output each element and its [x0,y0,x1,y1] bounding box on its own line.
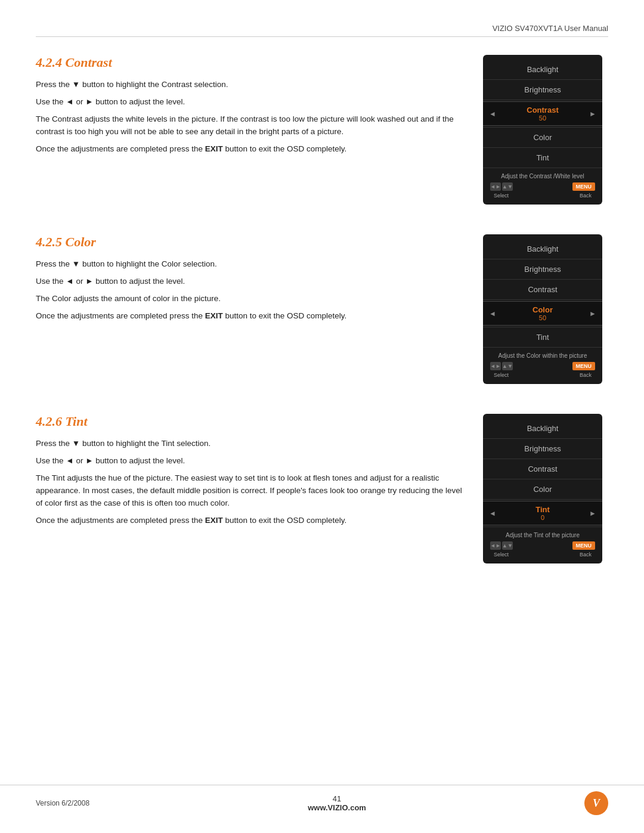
osd-color-select-label: Select [494,372,509,378]
section-tint-title: 4.2.6 Tint [36,414,465,429]
tint-p3: The Tint adjusts the hue of the picture.… [36,472,465,510]
osd-color-btn-labels: Select Back [489,372,596,378]
osd-tint-backlight: Backlight [483,420,602,437]
osd-left-buttons: ◄► ▲▼ [490,182,513,191]
osd-right-arrow-color: ► [589,309,596,318]
section-tint: 4.2.6 Tint Press the ▼ button to highlig… [36,414,608,563]
osd-contrast-menu: Backlight Brightness ◄ Contrast 50 ► Col… [483,55,602,205]
osd-tint-buttons: ◄► ▲▼ MENU [489,541,596,550]
tint-p4: Once the adjustments are completed press… [36,515,465,527]
osd-item-tint-active: ◄ Tint 0 ► [483,501,602,525]
osd-tint-back-label: Back [580,552,592,558]
osd-tint-select-label: Select [494,552,509,558]
footer-version: Version 6/2/2008 [36,799,89,807]
osd-btn-nav: ▲▼ [502,182,513,191]
page-container: VIZIO SV470XVT1A User Manual 4.2.4 Contr… [0,0,644,833]
osd-right-arrow-tint: ► [589,509,596,518]
osd-color-btn-select: ◄► [490,362,501,370]
footer-website: www.VIZIO.com [308,803,366,812]
osd-right-arrow: ► [589,110,596,118]
osd-tint-btn-menu: MENU [572,541,596,550]
contrast-p2: Use the ◄ or ► button to adjust the leve… [36,96,465,109]
osd-tint-left-buttons: ◄► ▲▼ [490,541,513,550]
osd-color-footer: Adjust the Color within the picture ◄► ▲… [483,349,602,379]
osd-tint-btn-nav: ▲▼ [502,541,513,550]
osd-color-desc: Adjust the Color within the picture [489,352,596,359]
color-p4: Once the adjustments are completed press… [36,310,465,323]
osd-color-left-buttons: ◄► ▲▼ [490,362,513,370]
color-p3: The Color adjusts the amount of color in… [36,293,465,305]
osd-tint-brightness: Brightness [483,440,602,457]
osd-tint-menu: Backlight Brightness Contrast Color ◄ Ti… [483,414,602,563]
osd-item-tint: Tint [483,149,602,166]
osd-item-contrast-active: ◄ Contrast 50 ► [483,101,602,126]
osd-tint-desc: Adjust the Tint of the picture [489,532,596,538]
osd-color-buttons: ◄► ▲▼ MENU [489,362,596,370]
tint-p1: Press the ▼ button to highlight the Tint… [36,438,465,450]
osd-color-back-label: Back [580,372,592,378]
osd-color-btn-nav: ▲▼ [502,362,513,370]
tint-p2: Use the ◄ or ► button to adjust the leve… [36,455,465,467]
footer-center: 41 www.VIZIO.com [308,794,366,812]
section-color-image: Backlight Brightness Contrast ◄ Color 50… [483,234,608,384]
footer-logo: V [584,791,608,815]
section-color: 4.2.5 Color Press the ▼ button to highli… [36,234,608,384]
page-header: VIZIO SV470XVT1A User Manual [36,24,608,37]
osd-color-btn-menu: MENU [572,362,596,370]
section-contrast-image: Backlight Brightness ◄ Contrast 50 ► Col… [483,55,608,205]
footer-page-number: 41 [308,794,366,803]
section-contrast-title: 4.2.4 Contrast [36,55,465,70]
osd-left-arrow: ◄ [489,110,496,118]
osd-color-tint: Tint [483,329,602,346]
osd-color-brightness: Brightness [483,261,602,278]
osd-buttons: ◄► ▲▼ MENU [489,182,596,191]
osd-btn-labels: Select Back [489,193,596,199]
page-footer: Version 6/2/2008 41 www.VIZIO.com V [0,785,644,815]
osd-color-menu: Backlight Brightness Contrast ◄ Color 50… [483,234,602,384]
osd-item-color: Color [483,129,602,146]
osd-btn-select: ◄► [490,182,501,191]
osd-item-brightness: Brightness [483,81,602,98]
osd-left-arrow-color: ◄ [489,309,496,318]
color-p2: Use the ◄ or ► button to adjust the leve… [36,275,465,288]
color-p1: Press the ▼ button to highlight the Colo… [36,258,465,271]
contrast-p3: The Contrast adjusts the white levels in… [36,113,465,138]
manual-title: VIZIO SV470XVT1A User Manual [493,24,608,33]
osd-left-arrow-tint: ◄ [489,509,496,518]
osd-color-contrast: Contrast [483,281,602,298]
osd-footer: Adjust the Contrast /White level ◄► ▲▼ M… [483,169,602,200]
section-color-title: 4.2.5 Color [36,234,465,250]
section-contrast-text: 4.2.4 Contrast Press the ▼ button to hig… [36,55,465,160]
osd-tint-btn-labels: Select Back [489,552,596,558]
osd-item-backlight: Backlight [483,61,602,78]
osd-tint-color: Color [483,481,602,498]
osd-tint-btn-select: ◄► [490,541,501,550]
osd-tint-footer: Adjust the Tint of the picture ◄► ▲▼ MEN… [483,528,602,559]
osd-desc: Adjust the Contrast /White level [489,173,596,179]
osd-select-label: Select [494,193,509,199]
section-color-text: 4.2.5 Color Press the ▼ button to highli… [36,234,465,327]
section-tint-text: 4.2.6 Tint Press the ▼ button to highlig… [36,414,465,532]
contrast-p4: Once the adjustments are completed press… [36,143,465,156]
section-contrast: 4.2.4 Contrast Press the ▼ button to hig… [36,55,608,205]
contrast-p1: Press the ▼ button to highlight the Cont… [36,79,465,91]
osd-item-color-active: ◄ Color 50 ► [483,301,602,326]
vizio-logo-icon: V [584,791,608,815]
osd-btn-menu: MENU [572,182,596,191]
osd-tint-contrast: Contrast [483,460,602,478]
osd-color-backlight: Backlight [483,240,602,258]
osd-back-label: Back [580,193,592,199]
section-tint-image: Backlight Brightness Contrast Color ◄ Ti… [483,414,608,563]
